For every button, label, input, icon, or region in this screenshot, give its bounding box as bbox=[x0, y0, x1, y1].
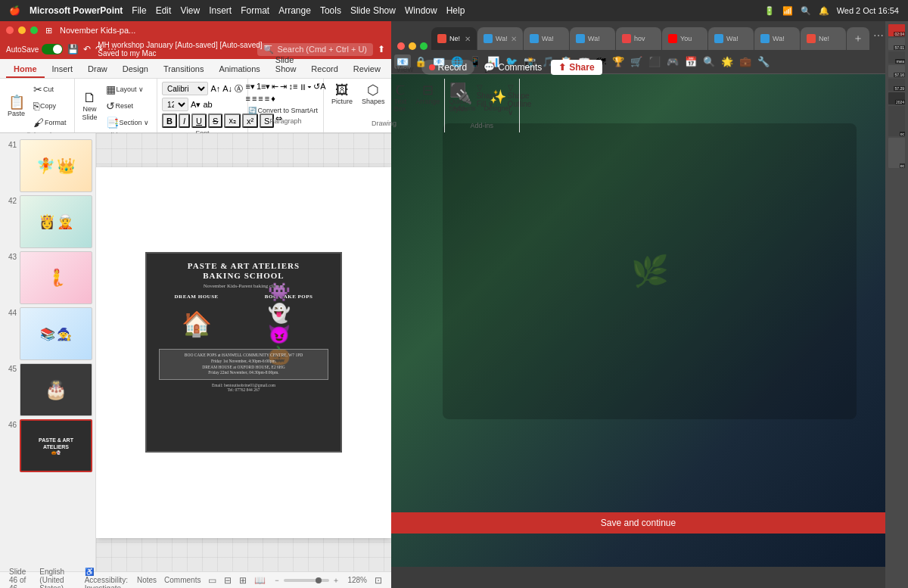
tab-insert[interactable]: Insert bbox=[45, 61, 81, 78]
numbering-icon[interactable]: 1≡▾ bbox=[257, 82, 271, 92]
slide-canvas[interactable]: PASTE & ART ATELIERS BAKING SCHOOL Novem… bbox=[96, 167, 391, 538]
menu-format[interactable]: Format bbox=[241, 5, 269, 16]
right-thumb-1[interactable]: 02:04 bbox=[888, 24, 905, 36]
right-thumb-3[interactable]: mwa bbox=[888, 51, 905, 64]
right-thumb-2[interactable]: 57.01 bbox=[888, 38, 905, 50]
copy-button[interactable]: ⎘ Copy bbox=[30, 98, 70, 114]
clear-format-icon[interactable]: Ⓐ bbox=[235, 83, 243, 95]
browser-tab-1[interactable]: Wa! ✕ bbox=[477, 27, 523, 50]
emoji-item-15[interactable]: ⬛ bbox=[646, 54, 663, 69]
increase-indent-icon[interactable]: ⇥ bbox=[280, 82, 287, 92]
section-button[interactable]: 📑 Section ∨ bbox=[103, 115, 153, 130]
browser-expand-icon[interactable]: ⋯ bbox=[873, 30, 884, 42]
record-button[interactable]: Record bbox=[421, 60, 475, 75]
underline-button[interactable]: U bbox=[191, 114, 207, 128]
menu-slideshow[interactable]: Slide Show bbox=[350, 5, 396, 16]
tab-view[interactable]: View bbox=[388, 61, 421, 78]
italic-button[interactable]: I bbox=[179, 114, 190, 128]
tab-close-1[interactable]: ✕ bbox=[511, 35, 517, 43]
share-button[interactable]: ⬆ Share bbox=[551, 60, 602, 75]
minimize-button[interactable] bbox=[18, 26, 26, 34]
notes-button[interactable]: Notes bbox=[137, 576, 157, 584]
zoom-level[interactable]: 128% bbox=[347, 576, 367, 584]
zoom-in-button[interactable]: ＋ bbox=[332, 575, 340, 586]
zoom-slider[interactable] bbox=[284, 579, 329, 582]
emoji-item-19[interactable]: 🌟 bbox=[719, 54, 735, 69]
menu-help[interactable]: Help bbox=[446, 5, 465, 16]
tab-home[interactable]: Home bbox=[6, 61, 45, 78]
browser-tab-new[interactable]: ＋ bbox=[847, 27, 869, 50]
browser-tab-3[interactable]: Wa! bbox=[570, 27, 615, 50]
cut-button[interactable]: ✂ Cut bbox=[30, 82, 70, 97]
subscript-button[interactable]: x₂ bbox=[224, 114, 241, 128]
browser-tab-0[interactable]: Ne! ✕ bbox=[431, 27, 477, 50]
right-thumb-4[interactable]: 57.16 bbox=[888, 65, 905, 77]
undo-icon[interactable]: ↶ bbox=[83, 44, 91, 54]
comments-button[interactable]: 💬 Comments bbox=[477, 60, 548, 75]
browser-tab-7[interactable]: Wa! bbox=[754, 27, 800, 50]
picture-button[interactable]: 🖼 Picture bbox=[328, 82, 356, 118]
browser-tab-2[interactable]: Wa! bbox=[524, 27, 569, 50]
align-left-icon[interactable]: ≡ bbox=[245, 94, 250, 103]
right-thumb-7[interactable]: oc bbox=[888, 106, 905, 136]
designer-button[interactable]: ✨ Designer bbox=[481, 89, 515, 114]
view-reading-icon[interactable]: 📖 bbox=[254, 575, 266, 586]
paste-button[interactable]: 📋 Paste bbox=[5, 94, 28, 119]
save-icon[interactable]: 💾 bbox=[67, 44, 79, 54]
emoji-item-20[interactable]: 💼 bbox=[737, 54, 754, 69]
arrange-button[interactable]: ⊟ Arrange bbox=[412, 82, 443, 118]
tab-review[interactable]: Review bbox=[346, 61, 388, 78]
maximize-button[interactable] bbox=[30, 26, 38, 34]
save-bar[interactable]: Save and continue bbox=[391, 512, 885, 534]
highlight-icon[interactable]: ab bbox=[203, 100, 212, 109]
emoji-item-14[interactable]: 🛒 bbox=[628, 54, 645, 69]
slide-thumb-44[interactable]: 44 📚 🧙 bbox=[3, 307, 92, 360]
tab-design[interactable]: Design bbox=[115, 61, 156, 78]
menu-view[interactable]: View bbox=[180, 5, 200, 16]
slide-thumb-45[interactable]: 45 🎂 bbox=[3, 363, 92, 416]
right-thumb-6[interactable]: 2024 bbox=[888, 92, 905, 104]
view-outline-icon[interactable]: ⊟ bbox=[224, 575, 232, 586]
slide-thumb-43[interactable]: 43 🧜 bbox=[3, 251, 92, 304]
slide-thumb-41[interactable]: 41 🧚 👑 bbox=[3, 139, 92, 192]
slide-thumb-42[interactable]: 42 👸 🧝 bbox=[3, 195, 92, 248]
font-size-select[interactable]: 12 bbox=[162, 98, 188, 111]
menu-file[interactable]: File bbox=[132, 5, 146, 16]
layout-button[interactable]: ▦ Layout ∨ bbox=[103, 82, 153, 97]
autosave-switch[interactable] bbox=[42, 44, 63, 54]
notification-icon[interactable]: 🔔 bbox=[819, 6, 829, 16]
search-icon[interactable]: 🔍 bbox=[801, 6, 811, 16]
browser-close[interactable] bbox=[397, 42, 405, 50]
bullets-icon[interactable]: ≡▾ bbox=[245, 82, 254, 92]
tab-draw[interactable]: Draw bbox=[80, 61, 115, 78]
tab-close-0[interactable]: ✕ bbox=[465, 35, 471, 43]
smartart-icon[interactable]: ♦ bbox=[271, 94, 275, 103]
emoji-item-16[interactable]: 🎮 bbox=[664, 54, 681, 69]
font-family-select[interactable]: Calibri bbox=[162, 82, 208, 95]
tab-transitions[interactable]: Transitions bbox=[156, 61, 211, 78]
reset-button[interactable]: ↺ Reset bbox=[103, 98, 153, 114]
font-color-icon[interactable]: A▾ bbox=[191, 100, 201, 110]
view-normal-icon[interactable]: ▭ bbox=[208, 575, 216, 586]
tab-animations[interactable]: Animations bbox=[211, 61, 267, 78]
line-spacing-icon[interactable]: ↕≡ bbox=[288, 82, 297, 92]
emoji-item-13[interactable]: 🏆 bbox=[610, 54, 627, 69]
browser-maximize[interactable] bbox=[420, 42, 428, 50]
addins-button[interactable]: 🔌 Add-ins bbox=[449, 89, 479, 114]
textbox-button[interactable]: Ꞇ Text Box bbox=[391, 82, 410, 118]
convert-smartart-button[interactable]: 🔄 Convert to SmartArt bbox=[245, 105, 321, 116]
menu-arrange[interactable]: Arrange bbox=[278, 5, 311, 16]
align-right-icon[interactable]: ≡ bbox=[258, 94, 263, 103]
close-button[interactable] bbox=[6, 26, 14, 34]
browser-tab-6[interactable]: Wa! bbox=[708, 27, 754, 50]
font-grow-icon[interactable]: A↑ bbox=[210, 84, 220, 93]
slide-thumb-46[interactable]: 46 PASTE & ART ATELIERS 🎃👻 bbox=[3, 419, 92, 472]
app-name[interactable]: Microsoft PowerPoint bbox=[30, 5, 123, 16]
menu-window[interactable]: Window bbox=[405, 5, 437, 16]
emoji-item-21[interactable]: 🔧 bbox=[755, 54, 772, 69]
menu-tools[interactable]: Tools bbox=[320, 5, 341, 16]
bold-button[interactable]: B bbox=[162, 114, 177, 128]
align-center-icon[interactable]: ≡ bbox=[252, 94, 257, 103]
autosave-toggle[interactable]: AutoSave bbox=[6, 44, 63, 54]
format-paint-button[interactable]: 🖌 Format bbox=[30, 115, 70, 130]
